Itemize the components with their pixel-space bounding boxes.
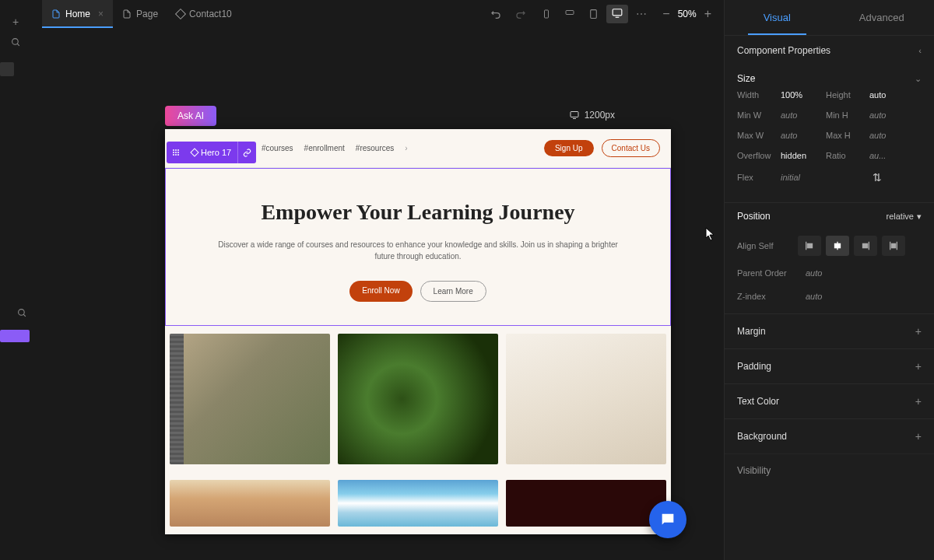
canvas[interactable]: Ask AI 1200px Hero 17 #courses #enrollme… — [31, 28, 724, 560]
width-value[interactable]: 100% — [781, 90, 826, 100]
doc-icon — [122, 9, 132, 19]
align-center-button[interactable] — [826, 236, 849, 256]
drag-handle-icon[interactable] — [167, 142, 185, 163]
cursor-icon — [705, 227, 716, 241]
flex-value[interactable]: initial — [781, 173, 826, 182]
redo-icon[interactable] — [514, 8, 526, 20]
position-label: Position — [737, 211, 771, 222]
link-icon[interactable] — [237, 142, 256, 163]
zoom-value[interactable]: 50% — [678, 9, 697, 19]
maxh-label: Max H — [826, 131, 869, 140]
tab-page[interactable]: Page — [113, 0, 167, 28]
gallery-image[interactable] — [506, 480, 666, 527]
gallery-image[interactable] — [506, 334, 666, 464]
height-label: Height — [826, 90, 869, 100]
image-grid — [165, 326, 671, 472]
gallery-image[interactable] — [170, 480, 330, 527]
enroll-button[interactable]: Enroll Now — [349, 281, 412, 302]
hero-title: Empower Your Learning Journey — [189, 200, 647, 225]
device-more-icon[interactable]: ⋯ — [631, 5, 651, 23]
margin-section[interactable]: Margin + — [725, 313, 934, 348]
flex-direction-icon[interactable]: ⇅ — [873, 171, 882, 184]
overflow-value[interactable]: hidden — [781, 151, 826, 160]
chat-button[interactable] — [649, 501, 686, 538]
svg-rect-5 — [566, 10, 574, 14]
undo-icon[interactable] — [490, 8, 503, 20]
selection-indicator[interactable]: Hero 17 — [167, 142, 256, 163]
zoom-out-button[interactable]: − — [662, 7, 669, 21]
tab-label: Page — [136, 9, 158, 19]
svg-rect-4 — [545, 10, 549, 18]
maxh-value[interactable]: auto — [869, 131, 915, 140]
hero-section[interactable]: Empower Your Learning Journey Discover a… — [165, 168, 671, 326]
sidebar-search-icon[interactable] — [17, 308, 28, 319]
size-header[interactable]: Size ⌄ — [725, 65, 934, 87]
minh-value[interactable]: auto — [869, 110, 915, 120]
signup-button[interactable]: Sign Up — [544, 140, 594, 156]
gallery-image[interactable] — [170, 334, 330, 464]
device-desktop-icon[interactable] — [606, 5, 628, 23]
zoom-in-button[interactable]: + — [704, 7, 711, 21]
position-value[interactable]: relative ▾ — [887, 212, 922, 222]
plus-icon: + — [915, 360, 922, 373]
gallery-image[interactable] — [338, 334, 498, 464]
svg-point-12 — [175, 149, 177, 151]
svg-point-14 — [173, 152, 174, 153]
align-start-button[interactable] — [798, 236, 821, 256]
zindex-value[interactable]: auto — [806, 292, 822, 301]
svg-point-18 — [175, 154, 177, 156]
svg-point-2 — [19, 310, 25, 316]
visibility-section[interactable]: Visibility — [725, 453, 934, 487]
device-tablet-icon[interactable] — [584, 5, 603, 23]
sidebar-active-item[interactable] — [0, 330, 30, 342]
svg-point-19 — [177, 154, 179, 156]
tab-advanced[interactable]: Advanced — [830, 0, 935, 35]
align-stretch-button[interactable] — [882, 236, 905, 256]
svg-point-16 — [177, 152, 179, 153]
ratio-value[interactable]: au... — [869, 151, 915, 160]
svg-point-15 — [175, 152, 177, 153]
page-preview[interactable]: Hero 17 #courses #enrollment #resources … — [165, 129, 671, 534]
svg-rect-25 — [863, 243, 868, 247]
plus-icon: + — [915, 325, 922, 338]
nav-link[interactable]: #enrollment — [304, 144, 345, 152]
component-icon — [190, 148, 198, 156]
text-color-section[interactable]: Text Color + — [725, 383, 934, 418]
learn-more-button[interactable]: Learn More — [420, 281, 486, 302]
svg-line-3 — [23, 314, 26, 317]
search-tool-icon[interactable] — [8, 34, 23, 50]
maxw-value[interactable]: auto — [781, 131, 826, 140]
device-phone-icon[interactable] — [537, 5, 556, 23]
nav-link[interactable]: #resources — [356, 144, 394, 152]
svg-rect-21 — [807, 243, 812, 247]
ask-ai-button[interactable]: Ask AI — [165, 106, 216, 126]
parent-order-value[interactable]: auto — [806, 268, 822, 278]
plus-icon: + — [915, 395, 922, 408]
overflow-label: Overflow — [737, 151, 781, 160]
maxw-label: Max W — [737, 131, 781, 140]
viewport-size-label: 1200px — [569, 110, 615, 121]
close-icon[interactable]: × — [98, 9, 104, 19]
height-value[interactable]: auto — [869, 90, 915, 100]
add-tool-icon[interactable]: + — [8, 14, 23, 30]
align-end-button[interactable] — [854, 236, 877, 256]
gallery-image[interactable] — [338, 480, 498, 527]
background-section[interactable]: Background + — [725, 418, 934, 453]
chevron-right-icon: › — [405, 144, 407, 152]
collapsed-panel-item[interactable] — [0, 62, 14, 76]
minw-value[interactable]: auto — [781, 110, 826, 120]
align-self-label: Align Self — [737, 241, 790, 250]
tab-home[interactable]: Home × — [42, 0, 113, 28]
nav-link[interactable]: #courses — [262, 144, 293, 152]
chevron-left-icon: ‹ — [918, 46, 922, 55]
contact-button[interactable]: Contact Us — [602, 139, 660, 157]
selection-label[interactable]: Hero 17 — [185, 142, 237, 163]
chat-icon — [659, 511, 676, 528]
tab-contact10[interactable]: Contact10 — [167, 0, 241, 28]
tab-label: Contact10 — [189, 9, 232, 19]
component-properties-header[interactable]: Component Properties ‹ — [725, 36, 934, 65]
padding-section[interactable]: Padding + — [725, 348, 934, 383]
device-phone-landscape-icon[interactable] — [559, 5, 581, 23]
tab-visual[interactable]: Visual — [725, 0, 830, 35]
flex-label: Flex — [737, 173, 781, 182]
